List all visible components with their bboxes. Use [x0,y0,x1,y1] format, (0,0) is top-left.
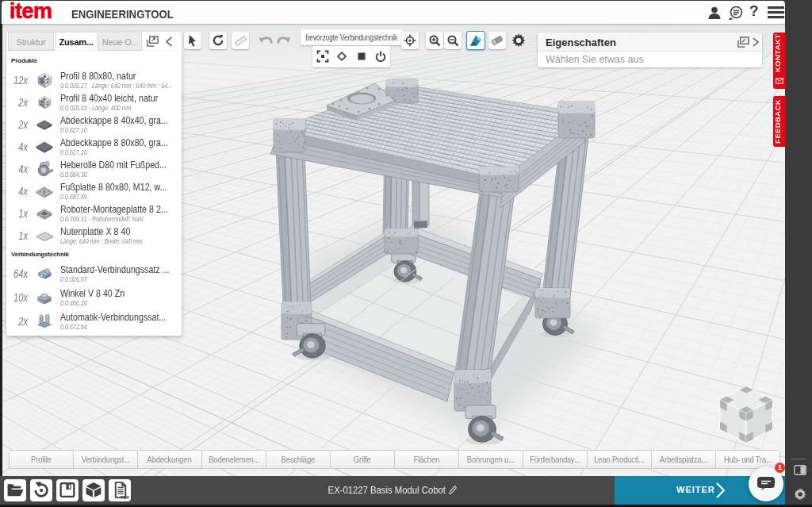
svg-text:PDF: PDF [121,495,129,500]
